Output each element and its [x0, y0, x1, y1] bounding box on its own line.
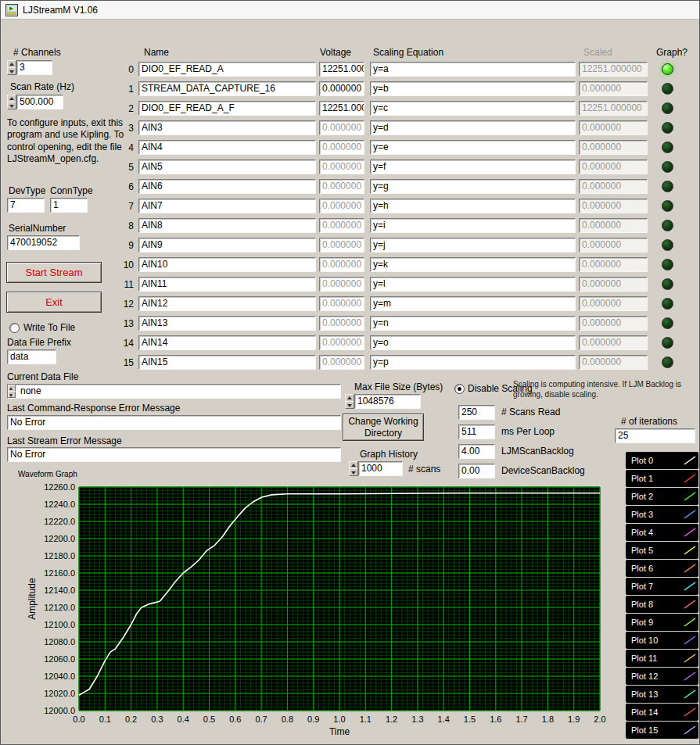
- legend-label: Plot 4: [631, 528, 653, 537]
- legend-item[interactable]: Plot 12: [626, 668, 698, 685]
- max-file-size-spinner[interactable]: [345, 394, 354, 409]
- graph-led[interactable]: [662, 298, 673, 310]
- scaled-indicator: 0.000000: [579, 335, 648, 350]
- graph-led[interactable]: [662, 102, 673, 114]
- scaling-equation-field[interactable]: y=e: [370, 140, 576, 155]
- legend-line-sample: [684, 455, 696, 466]
- graph-led[interactable]: [662, 259, 673, 270]
- legend-item[interactable]: Plot 8: [626, 596, 698, 613]
- channel-name-field[interactable]: AIN13: [138, 316, 316, 331]
- channel-name-field[interactable]: STREAM_DATA_CAPTURE_16: [138, 81, 316, 96]
- svg-text:1.4: 1.4: [438, 715, 450, 724]
- graph-led[interactable]: [662, 122, 673, 134]
- legend-item[interactable]: Plot 2: [626, 488, 698, 505]
- channel-index: 11: [115, 279, 134, 290]
- graph-led[interactable]: [662, 356, 673, 368]
- scaling-equation-field[interactable]: y=k: [370, 257, 576, 272]
- legend-label: Plot 15: [631, 725, 658, 735]
- graph-led[interactable]: [662, 220, 673, 231]
- current-data-file-field[interactable]: none: [7, 384, 341, 399]
- scaled-indicator: 0.000000: [579, 159, 648, 174]
- scaling-equation-field[interactable]: y=m: [370, 296, 576, 311]
- graph-led[interactable]: [662, 141, 673, 153]
- change-working-directory-button[interactable]: Change Working Directory: [343, 414, 424, 441]
- legend-item[interactable]: Plot 3: [626, 506, 698, 523]
- scaling-equation-field[interactable]: y=i: [370, 218, 576, 233]
- channel-name-field[interactable]: AIN11: [138, 277, 316, 292]
- scaled-indicator: 0.000000: [579, 316, 648, 331]
- scaled-indicator: 0.000000: [579, 218, 648, 233]
- graph-history-spinner[interactable]: [349, 461, 358, 476]
- scaling-equation-field[interactable]: y=p: [370, 355, 576, 370]
- window-title: LJStreamM V1.06: [23, 5, 98, 16]
- svg-text:0.3: 0.3: [151, 715, 163, 724]
- legend-line-sample: [684, 563, 696, 574]
- channel-name-field[interactable]: AIN14: [138, 335, 316, 350]
- scaling-equation-field[interactable]: y=l: [370, 277, 576, 292]
- scaling-equation-field[interactable]: y=d: [370, 120, 576, 135]
- channel-name-field[interactable]: AIN8: [138, 218, 316, 233]
- channel-name-field[interactable]: AIN6: [138, 179, 316, 194]
- legend-label: Plot 6: [631, 564, 653, 573]
- channel-name-field[interactable]: AIN7: [138, 199, 316, 213]
- svg-text:0.8: 0.8: [282, 715, 293, 724]
- graph-led[interactable]: [662, 63, 673, 75]
- scaling-equation-field[interactable]: y=b: [370, 81, 576, 96]
- graph-led[interactable]: [662, 161, 673, 173]
- max-file-size-label: Max File Size (Bytes): [354, 381, 443, 392]
- graph-led[interactable]: [662, 83, 673, 95]
- legend-item[interactable]: Plot 13: [626, 686, 698, 703]
- graph-led[interactable]: [662, 200, 673, 212]
- scaling-equation-field[interactable]: y=o: [370, 335, 576, 350]
- svg-text:0.9: 0.9: [307, 715, 319, 724]
- iterations-label: # of iterations: [621, 416, 677, 427]
- max-file-size-input[interactable]: 1048576: [354, 394, 421, 409]
- graph-led[interactable]: [662, 337, 673, 349]
- channel-name-field[interactable]: DIO0_EF_READ_A: [138, 62, 316, 77]
- scans-read-label: # Scans Read: [501, 407, 560, 417]
- channel-row: 1STREAM_DATA_CAPTURE_160.000000y=b0.0000…: [1, 81, 700, 101]
- graph-led[interactable]: [662, 278, 673, 290]
- graph-history-label: Graph History: [360, 449, 418, 460]
- legend-item[interactable]: Plot 14: [626, 704, 698, 721]
- legend-item[interactable]: Plot 1: [626, 470, 698, 487]
- scaling-equation-field[interactable]: y=n: [370, 316, 576, 331]
- legend-item[interactable]: Plot 5: [626, 542, 698, 559]
- ms-per-loop-value: 511: [458, 424, 495, 439]
- channel-name-field[interactable]: AIN9: [138, 238, 316, 253]
- channel-index: 15: [115, 357, 134, 368]
- scaled-indicator: 0.000000: [579, 140, 648, 155]
- file-path-spinner[interactable]: [8, 385, 16, 398]
- channel-name-field[interactable]: AIN5: [138, 159, 316, 174]
- graph-led[interactable]: [662, 317, 673, 329]
- legend-item[interactable]: Plot 7: [626, 578, 698, 595]
- channel-name-field[interactable]: AIN12: [138, 296, 316, 311]
- svg-text:1.0: 1.0: [333, 715, 345, 724]
- graph-history-input[interactable]: 1000: [358, 461, 403, 476]
- channel-name-field[interactable]: AIN3: [138, 120, 316, 135]
- legend-item[interactable]: Plot 10: [626, 632, 698, 649]
- svg-text:Amplitude: Amplitude: [27, 578, 38, 620]
- channel-index: 2: [115, 103, 134, 114]
- disable-scaling-radio[interactable]: [454, 384, 465, 394]
- channel-name-field[interactable]: AIN4: [138, 140, 316, 155]
- svg-text:12260.0: 12260.0: [44, 482, 75, 492]
- voltage-indicator: 0.000000: [319, 335, 364, 350]
- legend-item[interactable]: Plot 15: [626, 722, 698, 739]
- scaling-equation-field[interactable]: y=g: [370, 179, 576, 194]
- graph-led[interactable]: [662, 181, 673, 192]
- legend-item[interactable]: Plot 4: [626, 524, 698, 541]
- legend-item[interactable]: Plot 9: [626, 614, 698, 631]
- graph-led[interactable]: [662, 239, 673, 251]
- scaling-equation-field[interactable]: y=a: [370, 62, 576, 77]
- scaling-equation-field[interactable]: y=f: [370, 159, 576, 174]
- channel-name-field[interactable]: AIN15: [138, 355, 316, 370]
- scaling-equation-field[interactable]: y=h: [370, 199, 576, 213]
- legend-item[interactable]: Plot 0: [626, 452, 698, 469]
- legend-item[interactable]: Plot 11: [626, 650, 698, 667]
- scaling-equation-field[interactable]: y=c: [370, 101, 576, 116]
- scaling-equation-field[interactable]: y=j: [370, 238, 576, 253]
- channel-name-field[interactable]: AIN10: [138, 257, 316, 272]
- channel-name-field[interactable]: DIO0_EF_READ_A_F: [138, 101, 316, 116]
- legend-item[interactable]: Plot 6: [626, 560, 698, 577]
